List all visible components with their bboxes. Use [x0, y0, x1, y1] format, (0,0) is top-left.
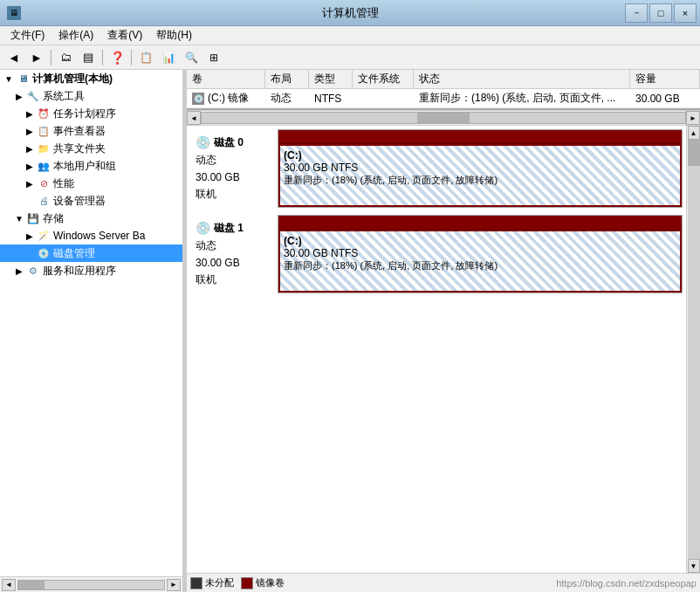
expand-icon-shared: ▶	[24, 143, 35, 154]
disk-name-0: 💿 磁盘 0	[196, 133, 272, 152]
disk-vol-status-1: 重新同步：(18%) (系统, 启动, 页面文件, 故障转储)	[284, 259, 676, 272]
th-status[interactable]: 状态	[414, 70, 630, 88]
expand-icon-device	[24, 196, 35, 206]
td-fs	[353, 97, 414, 100]
th-cap[interactable]: 容量	[630, 70, 700, 88]
sidebar-item-windows-backup[interactable]: ▶ 🪄 Windows Server Ba	[0, 227, 182, 244]
sidebar-item-device-manager[interactable]: 🖨 设备管理器	[0, 192, 182, 210]
sidebar-item-shared-folders[interactable]: ▶ 📁 共享文件夹	[0, 140, 182, 157]
legend-box-mirror	[241, 577, 253, 589]
sidebar-item-system-tools[interactable]: ▶ 🔧 系统工具	[0, 87, 182, 105]
th-layout[interactable]: 布局	[265, 70, 309, 88]
disk-bar-container-0: (C:) 30.00 GB NTFS 重新同步：(18%) (系统, 启动, 页…	[278, 129, 683, 208]
sidebar-item-performance[interactable]: ▶ ⊘ 性能	[0, 175, 182, 192]
hscroll-right-btn[interactable]: ►	[686, 111, 700, 125]
sidebar-label-disk: 磁盘管理	[53, 246, 95, 261]
disk-row-0: 💿 磁盘 0 动态 30.00 GB 联机 (C:) 30.00 GB NTFS…	[190, 129, 683, 208]
properties-button[interactable]: ⊞	[203, 48, 224, 67]
menu-help[interactable]: 帮助(H)	[149, 26, 199, 45]
hscroll-left-btn[interactable]: ◄	[187, 111, 201, 125]
event-icon: 📋	[37, 124, 51, 138]
window-controls: － □ ×	[625, 3, 697, 23]
sidebar-item-storage[interactable]: ▼ 💾 存储	[0, 210, 182, 227]
sidebar-item-disk-management[interactable]: 💿 磁盘管理	[0, 244, 182, 262]
sidebar-item-task-scheduler[interactable]: ▶ ⏰ 任务计划程序	[0, 105, 182, 122]
up-button[interactable]: 🗂	[55, 48, 76, 67]
back-button[interactable]: ◄	[3, 48, 24, 67]
table-row[interactable]: 💿 (C:) 镜像 动态 NTFS 重新同步：(18%) (系统, 启动, 页面…	[187, 89, 700, 108]
sidebar-label-device: 设备管理器	[53, 194, 106, 209]
maximize-button[interactable]: □	[649, 3, 672, 23]
scroll-track-h[interactable]	[17, 580, 165, 590]
th-type[interactable]: 类型	[309, 70, 353, 88]
disk-bar-bottom-0[interactable]: (C:) 30.00 GB NTFS 重新同步：(18%) (系统, 启动, 页…	[278, 144, 682, 207]
title-bar: 🖥 计算机管理 － □ ×	[0, 0, 700, 26]
th-vol[interactable]: 卷	[187, 70, 265, 88]
vscroll-down-btn[interactable]: ▼	[688, 559, 700, 573]
export-button[interactable]: 📋	[135, 48, 156, 67]
disk-row-1: 💿 磁盘 1 动态 30.00 GB 联机 (C:) 30.00 GB NTFS…	[190, 215, 683, 293]
th-fs[interactable]: 文件系统	[353, 70, 414, 88]
td-cap: 30.00 GB	[630, 91, 700, 107]
vscroll-up-btn[interactable]: ▲	[688, 126, 700, 140]
sidebar-label-backup: Windows Server Ba	[53, 230, 145, 242]
disk-bar-top-0	[278, 130, 682, 144]
menu-action[interactable]: 操作(A)	[51, 26, 100, 45]
legend-unallocated: 未分配	[190, 576, 234, 589]
disk-size-1: 30.00 GB	[196, 255, 272, 272]
disk-icon: 💿	[37, 246, 51, 260]
forward-button[interactable]: ►	[26, 48, 47, 67]
status-bar: 未分配 镜像卷 https://blog.csdn.net/zxdspeopap	[187, 573, 700, 592]
sidebar-tree: ▼ 🖥 计算机管理(本地) ▶ 🔧 系统工具 ▶ ⏰ 任务计划程序 ▶ 📋 事件…	[0, 70, 182, 576]
search-button[interactable]: 🔍	[181, 48, 202, 67]
backup-icon: 🪄	[37, 229, 51, 243]
disk-vol-status-0: 重新同步：(18%) (系统, 启动, 页面文件, 故障转储)	[284, 174, 676, 187]
sidebar-item-local-users[interactable]: ▶ 👥 本地用户和组	[0, 157, 182, 175]
menu-file[interactable]: 文件(F)	[3, 26, 51, 45]
sidebar-label-root: 计算机管理(本地)	[32, 72, 113, 86]
expand-icon-services: ▶	[14, 265, 24, 276]
storage-icon: 💾	[26, 211, 40, 225]
sidebar-item-root[interactable]: ▼ 🖥 计算机管理(本地)	[0, 70, 182, 87]
expand-icon-perf: ▶	[24, 178, 35, 189]
h-scrollbar: ◄ ►	[187, 110, 700, 126]
services-icon: ⚙	[26, 264, 40, 278]
sidebar-item-event-viewer[interactable]: ▶ 📋 事件查看器	[0, 122, 182, 140]
tools-icon: 🔧	[26, 89, 40, 103]
sidebar-item-services[interactable]: ▶ ⚙ 服务和应用程序	[0, 262, 182, 279]
td-vol-label: (C:) 镜像	[208, 91, 249, 106]
hscroll-track[interactable]	[201, 112, 686, 124]
perf-icon: ⊘	[37, 176, 51, 190]
disk-name-1: 💿 磁盘 1	[196, 218, 272, 237]
disk-vol-label-0: (C:)	[284, 149, 676, 162]
disk-type-1: 动态	[196, 237, 272, 254]
disk-icon-0: 💿	[196, 133, 210, 152]
refresh-button[interactable]: ▤	[78, 48, 99, 67]
sidebar-label-system-tools: 系统工具	[43, 89, 85, 104]
legend-box-unallocated	[190, 577, 202, 589]
close-button[interactable]: ×	[674, 3, 697, 23]
disk-vol-size-1: 30.00 GB NTFS	[284, 247, 676, 259]
help-button[interactable]: ❓	[106, 48, 127, 67]
disk-icon-1: 💿	[196, 218, 210, 237]
sidebar-label-services: 服务和应用程序	[43, 264, 116, 279]
sidebar-label-perf: 性能	[53, 176, 74, 191]
sidebar-label-task: 任务计划程序	[53, 107, 116, 121]
disk-label-1: 磁盘 1	[214, 220, 244, 237]
sidebar-label-storage: 存储	[43, 211, 64, 226]
vol-icon: 💿	[192, 93, 204, 105]
disk-bar-bottom-1[interactable]: (C:) 30.00 GB NTFS 重新同步：(18%) (系统, 启动, 页…	[278, 230, 682, 293]
scroll-left-arrow[interactable]: ◄	[2, 579, 16, 591]
content-area: 卷 布局 类型 文件系统 状态 容量 💿 (C:) 镜像 动态 NTFS 重新同…	[187, 70, 700, 592]
legend-label-unallocated: 未分配	[205, 576, 234, 589]
menu-view[interactable]: 查看(V)	[100, 26, 149, 45]
vscroll-track[interactable]	[688, 140, 700, 559]
view1-button[interactable]: 📊	[158, 48, 179, 67]
toolbar: ◄ ► 🗂 ▤ ❓ 📋 📊 🔍 ⊞	[0, 45, 700, 70]
disk-info-1: 💿 磁盘 1 动态 30.00 GB 联机	[190, 215, 278, 293]
sidebar-label-users: 本地用户和组	[53, 159, 116, 174]
scroll-right-arrow[interactable]: ►	[167, 579, 181, 591]
minimize-button[interactable]: －	[625, 3, 648, 23]
disk-label-0: 磁盘 0	[214, 134, 244, 151]
disk-type-0: 动态	[196, 152, 272, 169]
